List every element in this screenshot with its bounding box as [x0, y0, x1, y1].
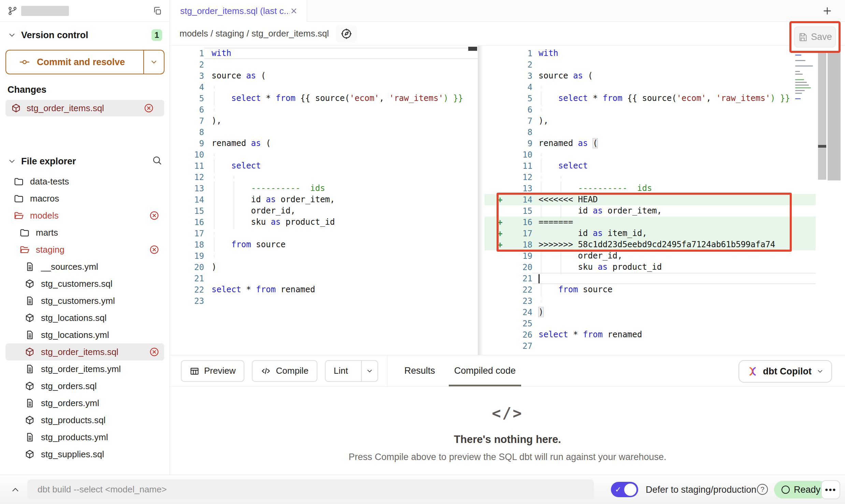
- pane-divider[interactable]: [478, 46, 485, 355]
- lint-options-caret[interactable]: [361, 361, 377, 381]
- search-icon[interactable]: [152, 155, 162, 165]
- file-explorer-item[interactable]: stg_locations.yml: [5, 326, 164, 343]
- code-line[interactable]: 9renamed as (: [170, 138, 478, 149]
- code-line[interactable]: +16=======: [485, 217, 816, 228]
- save-button[interactable]: Save: [794, 27, 836, 47]
- file-explorer-item[interactable]: __sources.yml: [5, 258, 164, 275]
- minimap[interactable]: [795, 55, 817, 101]
- code-line[interactable]: 2: [485, 59, 816, 70]
- code-line[interactable]: 15 id as order_item,: [485, 205, 816, 217]
- file-explorer-item[interactable]: stg_orders.yml: [5, 395, 164, 412]
- file-explorer-item[interactable]: stg_customers.sql: [5, 275, 164, 292]
- code-line[interactable]: 8: [485, 127, 816, 138]
- file-explorer-item[interactable]: stg_products.sql: [5, 412, 164, 429]
- code-line[interactable]: +18>>>>>>> 58c1dd23d5eebd9cd2495fa7124ab…: [485, 239, 816, 250]
- code-line[interactable]: 5 select * from {{ source('ecom', 'raw_i…: [485, 93, 816, 104]
- code-line[interactable]: 3source as (: [170, 70, 478, 81]
- tab-stg-order-items[interactable]: stg_order_items.sql (last c...: [170, 0, 307, 22]
- file-explorer-item[interactable]: models: [5, 207, 164, 224]
- code-line[interactable]: 6: [170, 104, 478, 115]
- code-line[interactable]: 13 ---------- ids: [170, 183, 478, 194]
- code-line[interactable]: 7),: [485, 115, 816, 127]
- code-line[interactable]: 4: [170, 81, 478, 93]
- compile-button[interactable]: Compile: [252, 360, 317, 382]
- tab-results[interactable]: Results: [399, 355, 441, 386]
- code-line[interactable]: 11 select: [170, 160, 478, 172]
- commit-options-caret[interactable]: [143, 50, 164, 74]
- code-line[interactable]: 19 order_id,: [485, 250, 816, 262]
- code-line[interactable]: 23: [170, 295, 478, 307]
- code-line[interactable]: 20): [170, 262, 478, 273]
- copy-icon[interactable]: [153, 6, 162, 16]
- code-line[interactable]: 18 from source: [170, 239, 478, 250]
- code-line[interactable]: 1with: [485, 48, 816, 59]
- more-options-button[interactable]: •••: [821, 480, 840, 499]
- window-scrollbar[interactable]: [828, 47, 841, 180]
- code-line[interactable]: 2: [170, 59, 478, 70]
- editor-scrollbar[interactable]: [818, 47, 826, 180]
- file-explorer-item[interactable]: marts: [5, 224, 164, 241]
- code-line[interactable]: 6: [485, 104, 816, 115]
- command-input[interactable]: dbt build --select <model_name>: [27, 479, 594, 499]
- code-line[interactable]: 10: [485, 149, 816, 160]
- file-explorer-item[interactable]: stg_order_items.sql: [5, 343, 164, 360]
- file-explorer-item[interactable]: stg_supplies.sql: [5, 446, 164, 463]
- code-line[interactable]: 12: [170, 172, 478, 183]
- code-line[interactable]: 7),: [170, 115, 478, 127]
- code-line[interactable]: 26select * from renamed: [485, 329, 816, 340]
- code-line[interactable]: 10: [170, 149, 478, 160]
- file-explorer-item[interactable]: stg_order_items.yml: [5, 360, 164, 377]
- code-line[interactable]: 22 from source: [485, 284, 816, 295]
- revert-change-icon[interactable]: [144, 103, 154, 113]
- defer-toggle[interactable]: ✓: [611, 482, 638, 497]
- code-line[interactable]: 24): [485, 307, 816, 318]
- close-tab-icon[interactable]: [290, 7, 298, 15]
- revert-change-icon[interactable]: [149, 210, 159, 221]
- code-line[interactable]: +14<<<<<<< HEAD: [485, 194, 816, 205]
- left-pane-scrollbar-thumb[interactable]: [468, 47, 477, 51]
- file-explorer-item[interactable]: stg_orders.sql: [5, 377, 164, 395]
- expand-command-bar-icon[interactable]: [10, 485, 20, 495]
- code-line[interactable]: 23: [485, 295, 816, 307]
- code-line[interactable]: 21: [170, 273, 478, 284]
- file-explorer-item[interactable]: staging: [5, 241, 164, 258]
- code-line[interactable]: 1with: [170, 48, 478, 59]
- code-line[interactable]: 3source as (: [485, 70, 816, 81]
- commit-and-resolve-button[interactable]: Commit and resolve: [5, 50, 164, 74]
- lint-button[interactable]: Lint: [325, 360, 378, 382]
- revert-change-icon[interactable]: [149, 244, 159, 255]
- code-line[interactable]: 25: [485, 318, 816, 329]
- code-line[interactable]: 21: [485, 273, 816, 284]
- chevron-down-icon[interactable]: [8, 157, 16, 166]
- code-line[interactable]: 4: [485, 81, 816, 93]
- file-explorer-item[interactable]: stg_products.yml: [5, 429, 164, 446]
- file-explorer-item[interactable]: stg_customers.yml: [5, 292, 164, 309]
- chevron-down-icon[interactable]: [8, 31, 16, 40]
- tab-compiled-code[interactable]: Compiled code: [449, 355, 521, 386]
- code-line[interactable]: 16 sku as product_id: [170, 217, 478, 228]
- code-line[interactable]: 17: [170, 228, 478, 239]
- editor-left-pane[interactable]: 1with23source as (45 select * from {{ so…: [170, 46, 478, 355]
- new-tab-icon[interactable]: [822, 5, 833, 16]
- code-line[interactable]: 8: [170, 127, 478, 138]
- file-explorer-item[interactable]: data-tests: [5, 173, 164, 190]
- code-line[interactable]: +17 id as item_id,: [485, 228, 816, 239]
- file-explorer-item[interactable]: macros: [5, 190, 164, 207]
- preview-button[interactable]: Preview: [181, 360, 244, 382]
- code-line[interactable]: 5 select * from {{ source('ecom', 'raw_i…: [170, 93, 478, 104]
- revert-change-icon[interactable]: [149, 347, 159, 357]
- lineage-button[interactable]: [336, 25, 357, 43]
- code-line[interactable]: 20 sku as product_id: [485, 262, 816, 273]
- file-explorer-item[interactable]: stg_locations.sql: [5, 309, 164, 326]
- code-line[interactable]: 13 ---------- ids: [485, 183, 816, 194]
- editor-right-pane[interactable]: 1with23source as (45 select * from {{ so…: [485, 46, 845, 355]
- code-line[interactable]: 9renamed as (: [485, 138, 816, 149]
- code-line[interactable]: 22select * from renamed: [170, 284, 478, 295]
- changed-file-row[interactable]: stg_order_items.sql: [5, 100, 164, 116]
- code-line[interactable]: 27: [485, 340, 816, 352]
- code-line[interactable]: 19: [170, 250, 478, 262]
- code-line[interactable]: 14 id as order_item,: [170, 194, 478, 205]
- dbt-copilot-button[interactable]: dbt Copilot: [739, 360, 832, 383]
- code-line[interactable]: 12: [485, 172, 816, 183]
- help-icon[interactable]: ?: [757, 484, 768, 495]
